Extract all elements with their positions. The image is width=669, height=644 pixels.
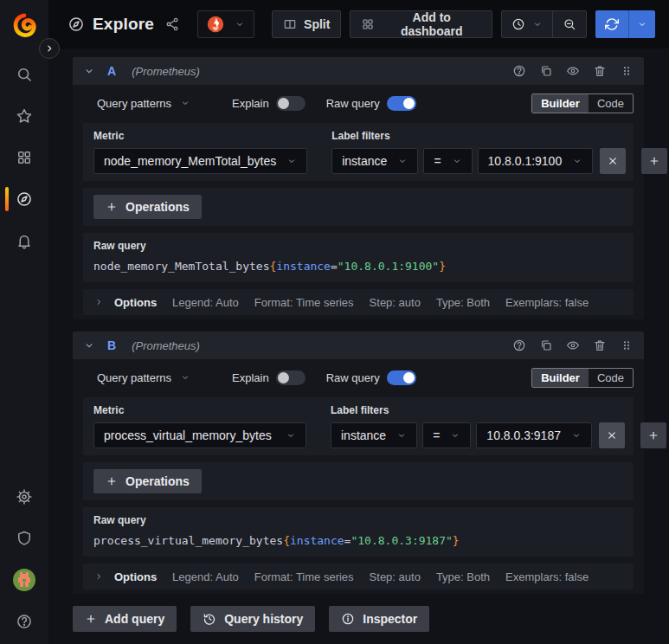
filter-key-select[interactable]: instance [331, 148, 418, 174]
editor-mode-toggle: Builder Code [531, 93, 634, 113]
query-actions [512, 64, 635, 78]
code-equals: = [331, 260, 338, 273]
explain-toggle[interactable] [276, 370, 306, 385]
trash-icon[interactable] [593, 338, 607, 352]
filter-operator-select[interactable]: = [422, 422, 471, 448]
query-history-button[interactable]: Query history [190, 606, 315, 632]
raw-query-toggle[interactable] [387, 370, 416, 385]
run-query-control [595, 10, 655, 38]
query-header[interactable]: A (Prometheus) [73, 57, 644, 85]
add-filter-button[interactable] [641, 148, 667, 174]
sidebar-item-starred[interactable] [0, 102, 48, 130]
zoom-out-button[interactable] [552, 11, 586, 37]
query-patterns-dropdown[interactable]: Query patterns [97, 371, 190, 384]
split-label: Split [304, 17, 330, 31]
option-step: Step: auto [370, 570, 421, 583]
query-actions [512, 338, 635, 352]
add-filter-button[interactable] [640, 422, 666, 448]
query-patterns-dropdown[interactable]: Query patterns [97, 97, 190, 110]
share-icon[interactable] [164, 16, 180, 32]
sidebar-item-admin[interactable] [0, 525, 48, 552]
add-query-button[interactable]: Add query [73, 606, 177, 632]
chevron-down-icon [235, 19, 245, 29]
drag-handle-icon[interactable] [620, 64, 634, 78]
chevron-down-icon [286, 156, 297, 166]
page-title-wrap: Explore [68, 15, 154, 34]
metric-labels-card: Metric process_virtual_memory_bytes Labe… [83, 397, 634, 455]
explain-toggle-group: Explain [232, 370, 306, 385]
query-patterns-label: Query patterns [97, 97, 171, 110]
sidebar-nav [0, 61, 48, 254]
remove-filter-button[interactable] [600, 148, 626, 174]
options-row[interactable]: Options Legend: Auto Format: Time series… [83, 564, 634, 589]
filter-value-select[interactable]: 10.8.0.1:9100 [478, 148, 594, 174]
filter-operator-select[interactable]: = [423, 148, 472, 174]
plus-icon [85, 613, 97, 625]
help-icon[interactable] [512, 338, 526, 352]
option-format: Format: Time series [254, 570, 354, 583]
builder-mode-option[interactable]: Builder [532, 369, 589, 387]
sidebar-item-configuration[interactable] [0, 483, 48, 511]
metric-select[interactable]: node_memory_MemTotal_bytes [93, 148, 307, 174]
dashboard-grid-icon [361, 17, 375, 31]
raw-query-label: Raw query [326, 97, 380, 110]
plus-icon [648, 155, 660, 167]
code-mode-option[interactable]: Code [589, 94, 633, 113]
code-label-key: instance [290, 534, 344, 547]
collapse-chevron-icon[interactable] [83, 339, 95, 351]
split-button[interactable]: Split [272, 10, 341, 38]
code-label-value: "10.8.0.3:9187" [351, 534, 452, 547]
filter-value-select[interactable]: 10.8.0.3:9187 [476, 422, 592, 448]
add-to-dashboard-label: Add to dashboard [382, 10, 481, 38]
remove-filter-button[interactable] [599, 422, 625, 448]
operations-label: Operations [125, 474, 190, 488]
explain-toggle-group: Explain [232, 96, 306, 111]
search-icon [16, 66, 33, 83]
metric-field: Metric node_memory_MemTotal_bytes [93, 130, 307, 174]
run-query-button[interactable] [595, 10, 628, 38]
inspector-button[interactable]: Inspector [329, 606, 429, 632]
sidebar-item-help[interactable] [0, 608, 48, 635]
eye-icon[interactable] [566, 338, 580, 352]
duplicate-query-icon[interactable] [539, 338, 553, 352]
explore-compass-icon [68, 16, 85, 33]
close-icon [606, 429, 618, 441]
duplicate-query-icon[interactable] [539, 64, 553, 78]
query-header[interactable]: B (Prometheus) [73, 332, 644, 359]
help-icon[interactable] [512, 64, 526, 78]
trash-icon[interactable] [593, 64, 607, 78]
builder-mode-option[interactable]: Builder [532, 94, 589, 113]
top-navigation: Explore Split Add to dashboard [48, 0, 669, 48]
raw-query-card: Raw query process_virtual_memory_bytes{i… [83, 507, 634, 557]
sidebar-item-alerting[interactable] [0, 227, 48, 254]
options-row[interactable]: Options Legend: Auto Format: Time series… [83, 289, 634, 315]
eye-icon[interactable] [566, 64, 580, 78]
sidebar-item-profile[interactable] [0, 566, 48, 594]
sidebar-item-search[interactable] [0, 61, 48, 88]
sidebar-expand-button[interactable] [39, 38, 60, 59]
chevron-right-icon [93, 297, 104, 307]
collapse-chevron-icon[interactable] [83, 65, 95, 77]
raw-query-toggle[interactable] [387, 96, 416, 111]
add-to-dashboard-button[interactable]: Add to dashboard [350, 10, 492, 38]
sidebar-item-explore[interactable] [0, 185, 48, 213]
option-legend: Legend: Auto [172, 570, 239, 583]
datasource-picker[interactable] [197, 10, 254, 38]
code-mode-option[interactable]: Code [589, 369, 633, 387]
code-label-value: "10.8.0.1:9100" [338, 260, 439, 273]
metric-select[interactable]: process_virtual_memory_bytes [93, 422, 306, 448]
sidebar-item-dashboards[interactable] [0, 144, 48, 171]
explain-toggle[interactable] [276, 96, 306, 111]
page-title: Explore [93, 15, 154, 34]
drag-handle-icon[interactable] [620, 338, 634, 352]
filter-key-select[interactable]: instance [331, 422, 417, 448]
label-filters-field: Label filters instance = [331, 130, 667, 174]
time-range-picker[interactable] [502, 11, 552, 37]
add-operation-button[interactable]: Operations [93, 469, 202, 493]
query-patterns-label: Query patterns [97, 371, 171, 384]
raw-query-toggle-group: Raw query [326, 370, 416, 385]
grafana-logo-icon[interactable] [11, 12, 37, 38]
refresh-interval-dropdown[interactable] [628, 10, 655, 38]
grafana-explore-app: Explore Split Add to dashboard [0, 0, 669, 644]
add-operation-button[interactable]: Operations [93, 195, 202, 219]
